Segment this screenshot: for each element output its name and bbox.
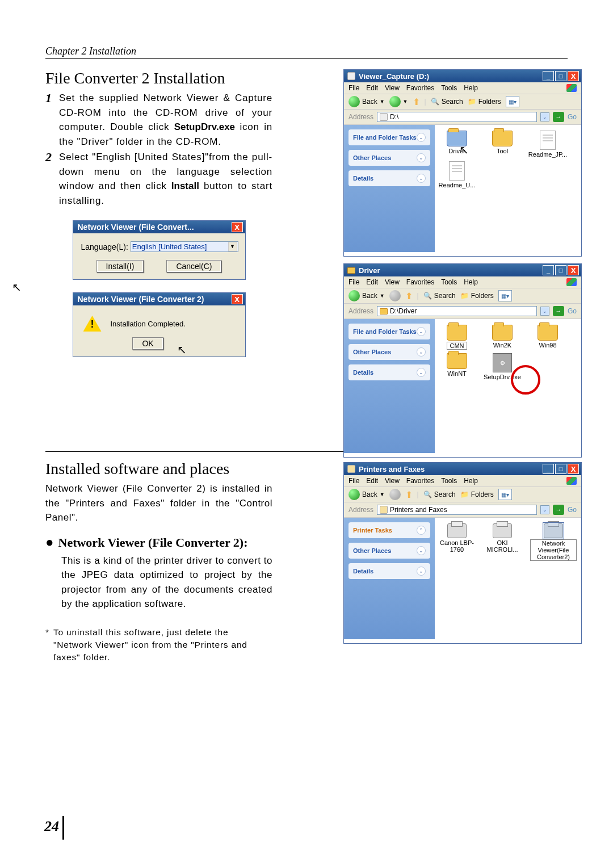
dialog-language: Network Viewer (File Convert... X Langua… [73, 220, 246, 280]
up-icon[interactable]: ⬆ [405, 489, 413, 500]
side-panel-details[interactable]: Details⌄ [349, 563, 430, 579]
side-panel-other[interactable]: Other Places⌄ [349, 344, 430, 360]
minimize-icon[interactable]: _ [543, 265, 554, 275]
search-button[interactable]: 🔍Search [423, 490, 456, 498]
menu-edit[interactable]: Edit [366, 278, 378, 286]
up-icon[interactable]: ⬆ [413, 97, 420, 107]
file-item[interactable]: Readme_JP... [530, 131, 565, 158]
up-icon[interactable]: ⬆ [405, 291, 413, 301]
forward-button[interactable]: ▼ [389, 96, 408, 107]
cancel-button[interactable]: Cancel(C) [166, 260, 221, 272]
language-label: Language(L): [81, 242, 128, 251]
menu-view[interactable]: View [385, 477, 400, 485]
maximize-icon[interactable]: □ [555, 265, 566, 275]
back-button[interactable]: Back ▼ [349, 290, 385, 301]
menu-help[interactable]: Help [464, 84, 478, 92]
menu-view[interactable]: View [385, 278, 400, 286]
menu-file[interactable]: File [349, 477, 359, 485]
install-button[interactable]: Install(I) [96, 260, 144, 272]
menu-edit[interactable]: Edit [366, 477, 378, 485]
views-button[interactable]: ▦▾ [498, 290, 512, 301]
minimize-icon[interactable]: _ [543, 464, 554, 474]
folders-button[interactable]: 📁Folders [460, 490, 494, 498]
step2-bold: Install [171, 181, 199, 191]
menu-help[interactable]: Help [464, 278, 478, 286]
menu-favorites[interactable]: Favorites [406, 84, 434, 92]
menu-tools[interactable]: Tools [441, 84, 457, 92]
menu-view[interactable]: View [385, 84, 400, 92]
back-button[interactable]: Back ▼ [349, 489, 385, 500]
search-button[interactable]: 🔍Search [431, 98, 463, 106]
close-icon[interactable]: X [568, 265, 579, 275]
folder-item[interactable]: CMN [439, 325, 475, 350]
go-label: Go [568, 506, 577, 514]
address-dropdown-icon[interactable]: ⌄ [540, 112, 549, 121]
close-icon[interactable]: X [232, 294, 243, 304]
section-title-file-converter: File Converter 2 Installation [45, 69, 272, 87]
menu-bar[interactable]: File Edit View Favorites Tools Help [344, 475, 581, 487]
ok-button[interactable]: OK [132, 337, 163, 350]
step-2: 2 Select "English [United States]"from t… [45, 150, 272, 208]
address-field[interactable]: D:\ [377, 112, 537, 122]
go-label: Go [568, 113, 577, 121]
close-icon[interactable]: X [232, 222, 243, 232]
language-select[interactable]: English [United States] [131, 241, 238, 252]
address-dropdown-icon[interactable]: ⌄ [540, 505, 549, 514]
side-panel-other[interactable]: Other Places⌄ [349, 543, 430, 559]
side-panel-printer-tasks[interactable]: Printer Tasks⌃ [349, 522, 430, 538]
folder-icon [347, 267, 355, 274]
file-item-setup[interactable]: ⚙SetupDrv.exe [485, 353, 520, 380]
address-field[interactable]: D:\Driver [377, 306, 537, 316]
folder-item[interactable]: Tool [485, 131, 520, 158]
menu-bar[interactable]: File Edit View Favorites Tools Help [344, 82, 581, 94]
side-panel-tasks[interactable]: File and Folder Tasks⌄ [349, 324, 430, 339]
address-field[interactable]: Printers and Faxes [377, 505, 537, 515]
views-button[interactable]: ▦▾ [498, 489, 512, 500]
file-item[interactable]: Readme_U... [439, 161, 475, 188]
folders-button[interactable]: 📁Folders [460, 292, 494, 300]
maximize-icon[interactable]: □ [555, 464, 566, 474]
close-icon[interactable]: X [568, 464, 579, 474]
search-button[interactable]: 🔍Search [423, 292, 456, 300]
printer-item[interactable]: OKI MICROLI... [485, 523, 520, 561]
side-panel-details[interactable]: Details⌄ [349, 170, 430, 186]
folder-item[interactable]: WinNT [439, 353, 475, 380]
folder-item[interactable]: Driver↖ [439, 131, 475, 158]
explorer-driver: Driver _ □ X File Edit View Favorites To… [343, 263, 582, 458]
toolbar: Back ▼ ⬆ | 🔍Search 📁Folders ▦▾ [344, 487, 581, 502]
printer-item-network-viewer[interactable]: Network Viewer(File Converter2) [530, 523, 577, 561]
explorer-printers: Printers and Faxes _ □ X File Edit View … [343, 462, 582, 644]
address-label: Address [349, 307, 373, 315]
folders-button[interactable]: 📁Folders [468, 98, 501, 106]
menu-favorites[interactable]: Favorites [406, 278, 434, 286]
menu-bar[interactable]: File Edit View Favorites Tools Help [344, 276, 581, 288]
menu-favorites[interactable]: Favorites [406, 477, 434, 485]
page-number-bar [62, 816, 64, 840]
menu-file[interactable]: File [349, 278, 359, 286]
printer-item[interactable]: Canon LBP-1760 [439, 523, 475, 561]
menu-edit[interactable]: Edit [366, 84, 378, 92]
menu-tools[interactable]: Tools [441, 278, 457, 286]
minimize-icon[interactable]: _ [543, 71, 554, 81]
go-button[interactable]: → [553, 112, 564, 122]
menu-help[interactable]: Help [464, 477, 478, 485]
go-button[interactable]: → [553, 505, 564, 515]
maximize-icon[interactable]: □ [555, 71, 566, 81]
menu-tools[interactable]: Tools [441, 477, 457, 485]
completed-message: Installation Completed. [111, 320, 186, 328]
dialog-completed: Network Viewer (File Converter 2) X Inst… [73, 292, 246, 357]
close-icon[interactable]: X [568, 71, 579, 81]
side-panel-tasks[interactable]: File and Folder Tasks⌄ [349, 129, 430, 145]
folder-item[interactable]: Win98 [530, 325, 565, 350]
folder-item[interactable]: Win2K [485, 325, 520, 350]
menu-file[interactable]: File [349, 84, 359, 92]
step1-exe: SetupDrv.exe [174, 121, 235, 132]
dropdown-icon[interactable]: ▼ [228, 242, 237, 251]
back-button[interactable]: Back ▼ [349, 96, 385, 107]
side-panel-other[interactable]: Other Places⌄ [349, 150, 430, 166]
views-button[interactable]: ▦▾ [506, 96, 519, 107]
go-button[interactable]: → [553, 306, 564, 316]
side-panel-details[interactable]: Details⌄ [349, 364, 430, 380]
address-label: Address [349, 113, 373, 121]
address-dropdown-icon[interactable]: ⌄ [540, 307, 549, 316]
